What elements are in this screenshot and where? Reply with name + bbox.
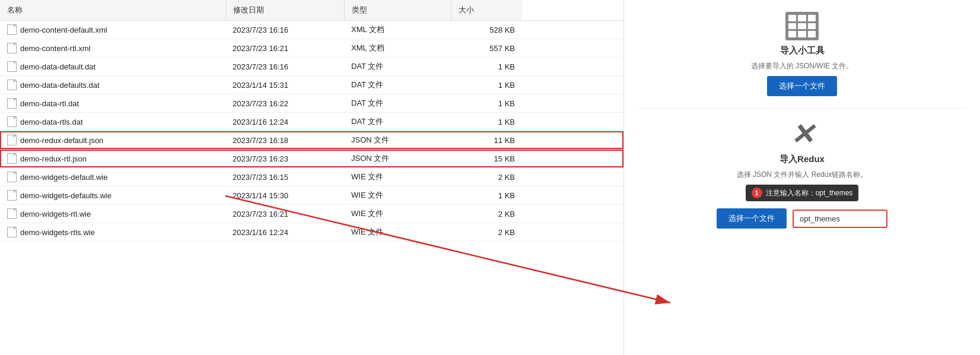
file-name: demo-widgets-defaults.wie <box>20 191 112 200</box>
file-modified: 2023/7/23 16:16 <box>225 21 344 39</box>
file-name: demo-data-rtls.dat <box>20 118 83 126</box>
file-modified: 2023/1/14 15:30 <box>225 186 344 205</box>
file-size: 1 KB <box>451 113 522 131</box>
file-name: demo-widgets-default.wie <box>20 173 107 182</box>
file-size: 1 KB <box>451 94 522 113</box>
file-modified: 2023/7/23 16:18 <box>225 131 344 150</box>
file-name: demo-content-rtl.xml <box>20 44 90 53</box>
file-type: XML 文档 <box>344 21 451 39</box>
file-icon <box>7 208 17 219</box>
file-type: WIE 文件 <box>344 205 451 223</box>
table-row[interactable]: demo-redux-rtl.json2023/7/23 16:23JSON 文… <box>0 150 623 168</box>
grid-cell <box>808 23 816 30</box>
grid-cell <box>808 31 816 37</box>
grid-cell <box>788 15 796 21</box>
import-tool-title: 导入小工具 <box>780 45 825 56</box>
file-icon <box>7 227 17 237</box>
table-row[interactable]: demo-data-default.dat2023/7/23 16:16DAT … <box>0 58 623 76</box>
file-name: demo-redux-rtl.json <box>20 154 87 163</box>
file-icon <box>7 190 17 201</box>
file-size: 557 KB <box>451 39 522 58</box>
file-type: WIE 文件 <box>344 186 451 205</box>
col-header-size[interactable]: 大小 <box>451 0 522 21</box>
file-type: WIE 文件 <box>344 168 451 186</box>
file-modified: 2023/7/23 16:16 <box>225 58 344 76</box>
tooltip-bubble: 1 注意输入名称：opt_themes <box>746 185 859 201</box>
table-row[interactable]: demo-widgets-default.wie2023/7/23 16:15W… <box>0 168 623 186</box>
import-tool-desc: 选择要导入的 JSON/WIE 文件。 <box>751 61 854 71</box>
file-name: demo-widgets-rtl.wie <box>20 210 91 218</box>
grid-cell <box>788 31 796 37</box>
file-icon <box>7 98 17 109</box>
grid-cell <box>798 15 806 21</box>
file-name: demo-data-defaults.dat <box>20 81 100 90</box>
file-icon <box>7 43 17 53</box>
file-modified: 2023/7/23 16:21 <box>225 205 344 223</box>
file-type: DAT 文件 <box>344 113 451 131</box>
file-icon <box>7 24 17 35</box>
file-modified: 2023/7/23 16:22 <box>225 94 344 113</box>
redux-desc: 选择 JSON 文件并输入 Redux链路名称。 <box>737 170 868 180</box>
file-size: 2 KB <box>451 223 522 242</box>
file-name: demo-content-default.xml <box>20 26 107 34</box>
file-modified: 2023/7/23 16:15 <box>225 168 344 186</box>
redux-icon: ✕ <box>790 121 814 149</box>
file-type: DAT 文件 <box>344 94 451 113</box>
file-type: WIE 文件 <box>344 223 451 242</box>
grid-icon <box>785 12 819 40</box>
redux-name-input[interactable] <box>793 210 887 228</box>
file-name: demo-data-rtl.dat <box>20 99 79 108</box>
file-type: XML 文档 <box>344 39 451 58</box>
redux-select-button[interactable]: 选择一个文件 <box>717 208 787 229</box>
file-size: 11 KB <box>451 131 522 150</box>
grid-cell <box>808 15 816 21</box>
file-size: 528 KB <box>451 21 522 39</box>
file-name: demo-widgets-rtls.wie <box>20 228 95 237</box>
file-modified: 2023/1/14 15:31 <box>225 76 344 94</box>
file-panel: 名称 修改日期 类型 大小 demo-content-default.xml20… <box>0 0 624 355</box>
table-row[interactable]: demo-widgets-rtls.wie2023/1/16 12:24WIE … <box>0 223 623 242</box>
file-size: 1 KB <box>451 186 522 205</box>
col-header-name[interactable]: 名称 <box>0 0 225 21</box>
right-panel: 导入小工具 选择要导入的 JSON/WIE 文件。 选择一个文件 ✕ 导入Red… <box>624 0 980 355</box>
file-table: 名称 修改日期 类型 大小 demo-content-default.xml20… <box>0 0 623 242</box>
col-header-modified[interactable]: 修改日期 <box>225 0 344 21</box>
file-size: 2 KB <box>451 168 522 186</box>
table-row[interactable]: demo-widgets-defaults.wie2023/1/14 15:30… <box>0 186 623 205</box>
file-name: demo-redux-default.json <box>20 136 103 145</box>
import-tool-button[interactable]: 选择一个文件 <box>767 76 837 96</box>
file-icon <box>7 61 17 72</box>
file-type: JSON 文件 <box>344 131 451 150</box>
grid-cell <box>798 23 806 30</box>
table-row[interactable]: demo-redux-default.json2023/7/23 16:18JS… <box>0 131 623 150</box>
table-row[interactable]: demo-content-default.xml2023/7/23 16:16X… <box>0 21 623 39</box>
import-tool-section: 导入小工具 选择要导入的 JSON/WIE 文件。 选择一个文件 <box>638 12 966 109</box>
grid-cell <box>788 23 796 30</box>
table-row[interactable]: demo-content-rtl.xml2023/7/23 16:21XML 文… <box>0 39 623 58</box>
file-type: JSON 文件 <box>344 150 451 168</box>
file-name: demo-data-default.dat <box>20 62 96 71</box>
file-modified: 2023/7/23 16:23 <box>225 150 344 168</box>
file-modified: 2023/1/16 12:24 <box>225 113 344 131</box>
file-size: 1 KB <box>451 58 522 76</box>
file-icon <box>7 80 17 90</box>
grid-cell <box>798 31 806 37</box>
file-size: 15 KB <box>451 150 522 168</box>
table-row[interactable]: demo-data-rtl.dat2023/7/23 16:22DAT 文件1 … <box>0 94 623 113</box>
file-modified: 2023/1/16 12:24 <box>225 223 344 242</box>
file-icon <box>7 172 17 182</box>
grid-icon-wrapper <box>785 12 819 40</box>
redux-bottom-row: 选择一个文件 <box>638 208 966 229</box>
col-header-type[interactable]: 类型 <box>344 0 451 21</box>
table-row[interactable]: demo-widgets-rtl.wie2023/7/23 16:21WIE 文… <box>0 205 623 223</box>
file-type: DAT 文件 <box>344 58 451 76</box>
file-size: 1 KB <box>451 76 522 94</box>
file-icon <box>7 135 17 145</box>
redux-section: ✕ 导入Redux 选择 JSON 文件并输入 Redux链路名称。 1 注意输… <box>638 121 966 229</box>
file-size: 2 KB <box>451 205 522 223</box>
table-row[interactable]: demo-data-rtls.dat2023/1/16 12:24DAT 文件1… <box>0 113 623 131</box>
table-row[interactable]: demo-data-defaults.dat2023/1/14 15:31DAT… <box>0 76 623 94</box>
file-modified: 2023/7/23 16:21 <box>225 39 344 58</box>
redux-title: 导入Redux <box>779 154 825 165</box>
tooltip-text: 注意输入名称：opt_themes <box>766 188 853 198</box>
